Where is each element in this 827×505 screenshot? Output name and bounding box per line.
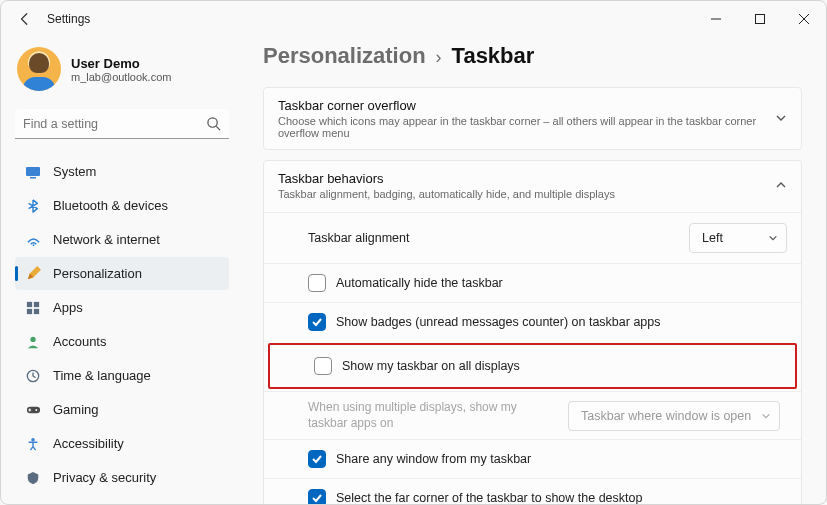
row-autohide: Automatically hide the taskbar — [264, 263, 801, 302]
checkbox-all-displays[interactable] — [314, 357, 332, 375]
svg-point-2 — [208, 118, 217, 127]
svg-point-11 — [30, 336, 35, 341]
sidebar-item-label: Network & internet — [53, 232, 160, 247]
window-controls — [694, 4, 826, 34]
update-icon — [25, 504, 41, 505]
chevron-right-icon: › — [436, 47, 442, 68]
card-subtitle: Choose which icons may appear in the tas… — [278, 115, 775, 139]
card-head-overflow[interactable]: Taskbar corner overflow Choose which ico… — [264, 88, 801, 149]
select-value: Left — [702, 231, 723, 245]
privacy-icon — [25, 470, 41, 486]
breadcrumb-parent[interactable]: Personalization — [263, 43, 426, 69]
sidebar-item-personalization[interactable]: Personalization — [15, 257, 229, 290]
row-taskbar-alignment: Taskbar alignment Left — [264, 212, 801, 263]
sidebar-item-accessibility[interactable]: Accessibility — [15, 427, 229, 460]
row-label: Automatically hide the taskbar — [336, 276, 503, 290]
user-name: User Demo — [71, 56, 171, 71]
titlebar: Settings — [1, 1, 826, 37]
row-far-corner: Select the far corner of the taskbar to … — [264, 478, 801, 504]
card-head-behaviors[interactable]: Taskbar behaviors Taskbar alignment, bad… — [264, 161, 801, 210]
svg-rect-9 — [27, 308, 32, 313]
svg-point-14 — [35, 409, 37, 411]
settings-window: Settings User Demo m_lab@outlook.com — [0, 0, 827, 505]
sidebar-item-label: Gaming — [53, 402, 99, 417]
minimize-icon — [711, 14, 721, 24]
row-share: Share any window from my taskbar — [264, 439, 801, 478]
svg-rect-7 — [27, 301, 32, 306]
accounts-icon — [25, 334, 41, 350]
chevron-down-icon — [768, 233, 778, 243]
svg-rect-8 — [34, 301, 39, 306]
system-icon — [25, 164, 41, 180]
search-input[interactable] — [15, 109, 229, 139]
close-button[interactable] — [782, 4, 826, 34]
row-label: Show badges (unread messages counter) on… — [336, 315, 661, 329]
nav: System Bluetooth & devices Network & int… — [15, 155, 229, 504]
row-label: Taskbar alignment — [308, 231, 409, 245]
sidebar-item-label: Privacy & security — [53, 470, 156, 485]
sidebar: User Demo m_lab@outlook.com System Bluet… — [1, 37, 239, 504]
card-title: Taskbar behaviors — [278, 171, 615, 186]
gaming-icon — [25, 402, 41, 418]
close-icon — [799, 14, 809, 24]
avatar — [17, 47, 61, 91]
row-label: Share any window from my taskbar — [336, 452, 531, 466]
sidebar-item-label: Bluetooth & devices — [53, 198, 168, 213]
svg-rect-5 — [30, 177, 36, 179]
user-info: User Demo m_lab@outlook.com — [71, 56, 171, 83]
checkbox-far-corner[interactable] — [308, 489, 326, 504]
row-label: When using multiple displays, show my ta… — [308, 400, 558, 431]
card-head-text: Taskbar corner overflow Choose which ico… — [278, 98, 775, 139]
sidebar-item-update[interactable]: Windows Update — [15, 495, 229, 504]
multi-display-select[interactable]: Taskbar where window is open — [568, 401, 780, 431]
search-icon — [206, 116, 221, 135]
maximize-button[interactable] — [738, 4, 782, 34]
network-icon — [25, 232, 41, 248]
user-email: m_lab@outlook.com — [71, 71, 171, 83]
sidebar-item-apps[interactable]: Apps — [15, 291, 229, 324]
alignment-select[interactable]: Left — [689, 223, 787, 253]
card-subtitle: Taskbar alignment, badging, automaticall… — [278, 188, 615, 200]
sidebar-item-network[interactable]: Network & internet — [15, 223, 229, 256]
main-content: Personalization › Taskbar Taskbar corner… — [239, 37, 826, 504]
personalization-icon — [25, 266, 41, 282]
maximize-icon — [755, 14, 765, 24]
sidebar-item-privacy[interactable]: Privacy & security — [15, 461, 229, 494]
user-block[interactable]: User Demo m_lab@outlook.com — [15, 43, 229, 99]
sidebar-item-system[interactable]: System — [15, 155, 229, 188]
checkbox-autohide[interactable] — [308, 274, 326, 292]
chevron-down-icon — [775, 110, 787, 128]
sidebar-item-label: Accessibility — [53, 436, 124, 451]
minimize-button[interactable] — [694, 4, 738, 34]
checkbox-badges[interactable] — [308, 313, 326, 331]
row-multi-displays: When using multiple displays, show my ta… — [264, 391, 801, 439]
highlight-box: Show my taskbar on all displays — [268, 343, 797, 389]
svg-line-3 — [216, 126, 220, 130]
card-body-behaviors: Taskbar alignment Left Automatically hid… — [264, 210, 801, 504]
svg-rect-4 — [26, 167, 40, 176]
card-head-text: Taskbar behaviors Taskbar alignment, bad… — [278, 171, 615, 200]
row-label: Show my taskbar on all displays — [342, 359, 520, 373]
sidebar-item-bluetooth[interactable]: Bluetooth & devices — [15, 189, 229, 222]
app-title: Settings — [47, 12, 90, 26]
card-taskbar-overflow: Taskbar corner overflow Choose which ico… — [263, 87, 802, 150]
svg-point-6 — [32, 244, 34, 246]
apps-icon — [25, 300, 41, 316]
svg-rect-10 — [34, 308, 39, 313]
sidebar-item-accounts[interactable]: Accounts — [15, 325, 229, 358]
sidebar-item-label: Apps — [53, 300, 83, 315]
checkbox-share[interactable] — [308, 450, 326, 468]
row-label: Select the far corner of the taskbar to … — [336, 491, 642, 504]
sidebar-item-label: System — [53, 164, 96, 179]
accessibility-icon — [25, 436, 41, 452]
breadcrumb: Personalization › Taskbar — [263, 43, 802, 69]
arrow-left-icon — [18, 12, 32, 26]
row-all-displays: Show my taskbar on all displays — [270, 345, 795, 387]
svg-rect-1 — [756, 15, 765, 24]
page-title: Taskbar — [452, 43, 535, 69]
search-box — [15, 109, 229, 139]
back-button[interactable] — [13, 7, 37, 31]
sidebar-item-label: Accounts — [53, 334, 106, 349]
sidebar-item-gaming[interactable]: Gaming — [15, 393, 229, 426]
sidebar-item-time[interactable]: Time & language — [15, 359, 229, 392]
